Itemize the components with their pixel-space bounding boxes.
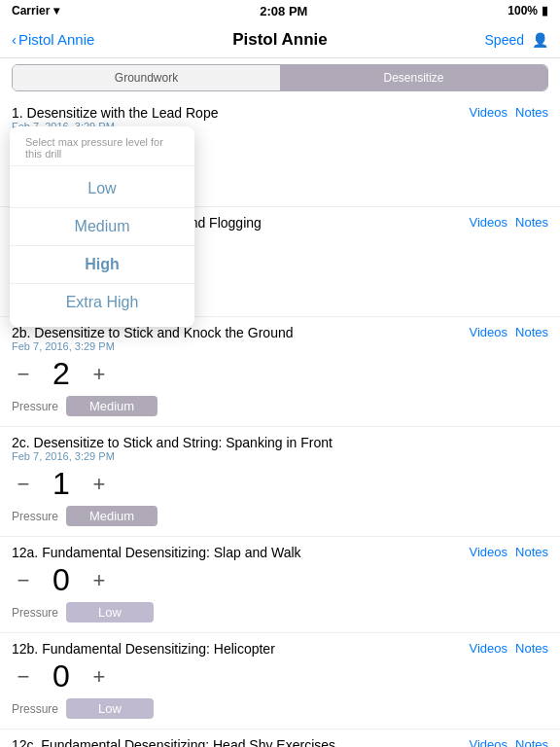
drill-title-2b: 2b. Desensitize to Stick and Knock the G… — [12, 325, 548, 340]
counter-val-2b: 2 — [47, 356, 76, 392]
carrier-label: Carrier — [12, 4, 50, 18]
videos-link-12a[interactable]: Videos — [470, 545, 508, 559]
increment-btn-12a[interactable]: + — [88, 570, 111, 591]
counter-val-12b: 0 — [47, 658, 76, 694]
drill-title-2c: 2c. Desensitize to Stick and String: Spa… — [12, 435, 548, 450]
dropdown-item-extra-high[interactable]: Extra High — [10, 284, 194, 321]
notes-link-1[interactable]: Notes — [515, 105, 548, 120]
drill-item-12c: Videos Notes 12c. Fundamental Desensitiz… — [0, 729, 560, 747]
increment-btn-2b[interactable]: + — [88, 364, 111, 385]
drill-item-2b: Videos Notes 2b. Desensitize to Stick an… — [0, 317, 560, 427]
videos-link-12b[interactable]: Videos — [470, 641, 508, 656]
pressure-label-12a: Pressure — [12, 606, 58, 620]
drill-links-2b: Videos Notes — [470, 325, 548, 339]
tab-desensitize[interactable]: Desensitize — [280, 65, 547, 90]
battery-label: 100% — [508, 4, 538, 18]
drill-links-12a: Videos Notes — [470, 545, 548, 559]
pressure-row-2c: Pressure Medium — [12, 506, 548, 532]
drill-item-12a: Videos Notes 12a. Fundamental Desensitiz… — [0, 537, 560, 633]
chevron-left-icon: ‹ — [12, 31, 17, 48]
increment-btn-2c[interactable]: + — [88, 474, 111, 495]
drill-links-12c: Videos Notes — [470, 737, 548, 747]
counter-val-2c: 1 — [47, 466, 76, 502]
nav-bar: ‹ Pistol Annie Pistol Annie Speed 👤 — [0, 21, 560, 58]
dropdown-hint: Select max pressure level for this drill — [10, 132, 194, 166]
battery-icon: ▮ — [542, 4, 548, 18]
pressure-label-2c: Pressure — [12, 510, 58, 523]
increment-btn-12b[interactable]: + — [88, 666, 111, 688]
counter-val-12a: 0 — [47, 562, 76, 598]
status-left: Carrier ▾ — [12, 4, 59, 18]
notes-link-2b[interactable]: Notes — [515, 325, 548, 339]
pressure-btn-2c[interactable]: Medium — [66, 506, 158, 526]
scroll-content: Videos Notes 1. Desensitize with the Lea… — [0, 97, 560, 747]
videos-link-2a[interactable]: Videos — [470, 215, 508, 230]
drill-title-12c: 12c. Fundamental Desensitizing: Head Shy… — [12, 737, 548, 747]
dropdown-item-medium[interactable]: Medium — [10, 208, 194, 246]
notes-link-12a[interactable]: Notes — [515, 545, 548, 559]
drill-date-2b: Feb 7, 2016, 3:29 PM — [12, 340, 548, 352]
dropdown-item-high[interactable]: High — [10, 246, 194, 284]
drill-title-12b: 12b. Fundamental Desensitizing: Helicopt… — [12, 641, 548, 657]
notes-link-12c[interactable]: Notes — [515, 737, 548, 747]
back-label: Pistol Annie — [18, 31, 94, 48]
drill-links-1: Videos Notes — [470, 105, 548, 120]
pressure-label-12b: Pressure — [12, 702, 58, 716]
notes-link-2a[interactable]: Notes — [515, 215, 548, 230]
videos-link-12c[interactable]: Videos — [470, 737, 508, 747]
wifi-icon: ▾ — [53, 4, 59, 18]
status-bar: Carrier ▾ 2:08 PM 100% ▮ — [0, 0, 560, 21]
decrement-btn-2c[interactable]: − — [12, 474, 35, 495]
counter-row-2b: − 2 + — [12, 356, 548, 392]
counter-row-12b: − 0 + — [12, 658, 548, 694]
status-right: 100% ▮ — [508, 4, 548, 18]
status-time: 2:08 PM — [260, 4, 307, 18]
drill-title-12a: 12a. Fundamental Desensitizing: Slap and… — [12, 545, 548, 560]
decrement-btn-12b[interactable]: − — [12, 666, 35, 688]
notes-link-12b[interactable]: Notes — [515, 641, 548, 656]
videos-link-1[interactable]: Videos — [470, 105, 508, 120]
tab-groundwork[interactable]: Groundwork — [13, 65, 280, 90]
drill-item-12b: Videos Notes 12b. Fundamental Desensitiz… — [0, 633, 560, 729]
counter-row-12a: − 0 + — [12, 562, 548, 598]
pressure-btn-12b[interactable]: Low — [66, 698, 154, 719]
drill-item-2c: 2c. Desensitize to Stick and String: Spa… — [0, 427, 560, 537]
pressure-row-2b: Pressure Medium — [12, 396, 548, 422]
pressure-label-2b: Pressure — [12, 400, 58, 413]
drill-links-2a: Videos Notes — [470, 215, 548, 230]
back-button[interactable]: ‹ Pistol Annie — [12, 31, 94, 48]
dropdown-item-low[interactable]: Low — [10, 170, 194, 208]
drill-links-12b: Videos Notes — [470, 641, 548, 656]
pressure-dropdown: Select max pressure level for this drill… — [10, 126, 194, 327]
segment-control: Groundwork Desensitize — [12, 64, 548, 91]
drill-date-2c: Feb 7, 2016, 3:29 PM — [12, 450, 548, 462]
speed-label[interactable]: Speed — [485, 32, 524, 48]
drill-title-1: 1. Desensitize with the Lead Rope — [12, 105, 548, 121]
pressure-row-12b: Pressure Low — [12, 698, 548, 725]
decrement-btn-12a[interactable]: − — [12, 570, 35, 591]
nav-title: Pistol Annie — [232, 30, 328, 50]
pressure-btn-2b[interactable]: Medium — [66, 396, 158, 416]
profile-icon[interactable]: 👤 — [532, 32, 548, 48]
pressure-btn-12a[interactable]: Low — [66, 602, 154, 622]
videos-link-2b[interactable]: Videos — [470, 325, 508, 339]
counter-row-2c: − 1 + — [12, 466, 548, 502]
decrement-btn-2b[interactable]: − — [12, 364, 35, 385]
pressure-row-12a: Pressure Low — [12, 602, 548, 628]
nav-right-actions: Speed 👤 — [485, 32, 548, 48]
